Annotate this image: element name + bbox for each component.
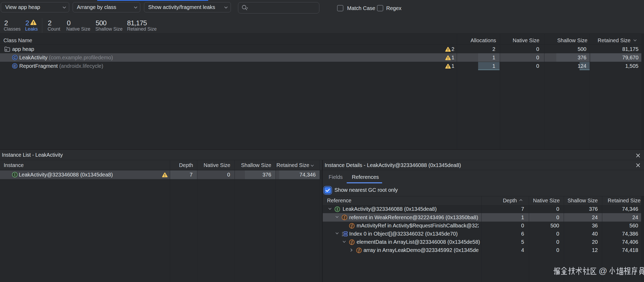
svg-text:1: 1: [342, 231, 343, 234]
svg-text:I: I: [14, 173, 16, 177]
svg-text:C: C: [13, 56, 16, 60]
svg-text:2: 2: [342, 234, 343, 237]
svg-text:@: @: [599, 266, 607, 275]
svg-text:C: C: [13, 64, 16, 68]
svg-text:I: I: [337, 207, 338, 211]
